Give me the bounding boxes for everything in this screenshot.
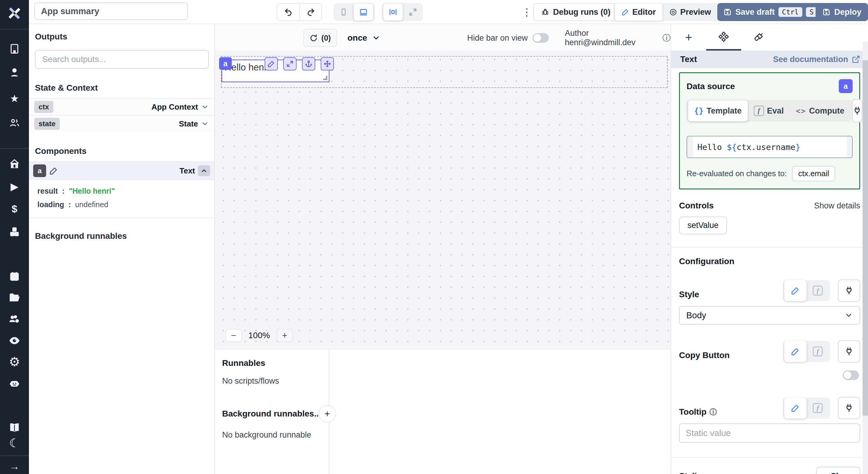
workers-users-gear-icon[interactable] [0,313,29,326]
zoom-out-button[interactable]: − [225,329,242,342]
undo-button[interactable] [277,4,299,21]
ai-robot-icon[interactable] [0,377,29,390]
resources-cubes-icon[interactable] [0,225,29,238]
mobile-view-button[interactable] [335,4,352,20]
static-mode-button[interactable] [784,341,807,362]
runs-play-icon[interactable]: ▶ [0,180,29,193]
tooltip-static-value-input[interactable] [679,424,860,443]
resize-handle[interactable] [323,76,327,80]
static-mode-button[interactable] [784,398,807,418]
compute-mode-tab[interactable]: <> Compute [789,101,850,120]
search-outputs-input[interactable] [35,50,209,69]
app-summary-input[interactable] [34,2,188,20]
connect-plug-button[interactable] [838,397,860,419]
see-documentation-link[interactable]: See documentation [773,55,860,64]
home-icon[interactable] [0,157,29,170]
folders-icon[interactable] [0,291,29,304]
eval-mode-button[interactable]: f [807,281,829,300]
collapse-chevron-button[interactable] [198,165,210,176]
code-brackets-icon: <> [796,107,806,115]
redo-button[interactable] [299,4,321,21]
save-draft-button[interactable]: Save draft Ctrl S [717,3,824,21]
template-code-input[interactable]: Hello ${ctx.username} [687,136,852,158]
desktop-view-button[interactable] [353,3,373,21]
chevron-down-icon[interactable] [201,120,209,128]
component-a-row[interactable]: a Text [29,161,214,180]
connect-plug-button[interactable] [838,340,860,363]
minus-glyph: − [231,330,236,341]
editor-tab[interactable]: Editor [615,3,662,21]
docs-book-icon[interactable] [0,421,29,434]
audit-eye-icon[interactable] [0,334,29,347]
settings-gear-icon[interactable]: ⚙ [0,355,29,368]
copy-button-toggle[interactable] [843,370,859,380]
style-select[interactable]: Body [679,306,860,325]
dark-mode-moon-icon[interactable]: ☾ [0,436,29,450]
deploy-button[interactable]: Deploy [815,3,868,21]
eval-mode-button[interactable]: f [807,399,829,417]
edit-component-button[interactable] [265,57,278,70]
code-expression: ctx.username [737,142,795,152]
workspace-icon[interactable] [0,42,29,56]
connect-plug-button[interactable] [838,279,860,302]
groups-icon[interactable] [0,116,29,130]
windmill-logo-icon[interactable] [4,2,25,24]
plug-icon [844,404,854,413]
more-options-kebab-menu[interactable]: ⋮ [521,4,533,20]
canvas-grid[interactable] [215,50,671,349]
schedule-mode-label: once [347,33,367,43]
preview-tab[interactable]: Preview [662,3,718,21]
code-scrollbar[interactable] [846,136,852,158]
fullscreen-layout-button[interactable] [404,4,422,20]
ctx-row[interactable]: ctx App Context [29,98,214,115]
insert-component-tab[interactable]: + [671,24,706,50]
eval-mode-tab[interactable]: f Eval [748,101,790,120]
variables-dollar-icon[interactable]: $ [0,202,29,215]
eval-mode-button[interactable]: f [807,342,829,361]
state-badge: state [34,118,60,130]
anchor-component-button[interactable] [302,57,315,70]
deploy-save-icon [822,8,831,16]
styling-show-button[interactable]: ‹ Show [816,467,860,474]
css-editor-tab[interactable] [741,24,776,50]
selected-component-badge[interactable]: a [219,57,232,70]
result-prop[interactable]: result : "Hello henri" [29,184,214,198]
plug-icon [844,347,854,356]
canvas-zoom-controls: − 100% + [225,329,293,342]
info-icon[interactable]: ⓘ [710,407,717,417]
copy-button-input-mode-toggle: f [783,341,830,362]
user-icon[interactable] [0,66,29,79]
schedules-calendar-icon[interactable] [0,270,29,283]
state-row[interactable]: state State [29,115,214,132]
add-background-runnable-button[interactable]: + [318,405,336,422]
kbd-ctrl: Ctrl [778,7,802,17]
canvas-toolbar: (0) once Hide bar on view Author henri@w… [215,24,671,50]
template-mode-tab[interactable]: {} Template [688,100,748,121]
dependency-badge[interactable]: ctx.email [792,166,835,181]
setvalue-control-button[interactable]: setValue [679,216,727,234]
settings-scrollbar-thumb[interactable] [863,60,868,415]
rename-pencil-icon[interactable] [49,166,58,175]
refresh-runs-button[interactable]: (0) [304,29,337,47]
see-documentation-label: See documentation [773,55,848,64]
hide-bar-toggle[interactable] [532,33,549,43]
state-context-heading: State & Context [35,83,208,93]
section-divider [671,457,868,458]
favorites-star-icon[interactable]: ★ [0,92,29,105]
component-settings-tab[interactable] [706,24,741,50]
chevron-down-icon[interactable] [201,103,209,111]
windmill-app-editor: ★ ▶ $ ⚙ [0,0,868,474]
move-component-button[interactable] [321,57,334,70]
show-details-link[interactable]: Show details [814,201,860,210]
expand-component-button[interactable] [283,57,297,70]
collapse-arrow-right-icon[interactable]: → [0,460,29,473]
function-icon: f [813,403,823,413]
centered-layout-button[interactable] [383,3,403,21]
info-icon[interactable]: ⓘ [662,33,671,43]
debug-runs-button[interactable]: Debug runs (0) [533,3,618,21]
schedule-mode-dropdown[interactable]: once [347,29,380,47]
connect-plug-button[interactable] [852,99,862,123]
loading-prop[interactable]: loading : undefined [29,198,214,211]
zoom-in-button[interactable]: + [277,329,293,342]
static-mode-button[interactable] [784,280,807,301]
